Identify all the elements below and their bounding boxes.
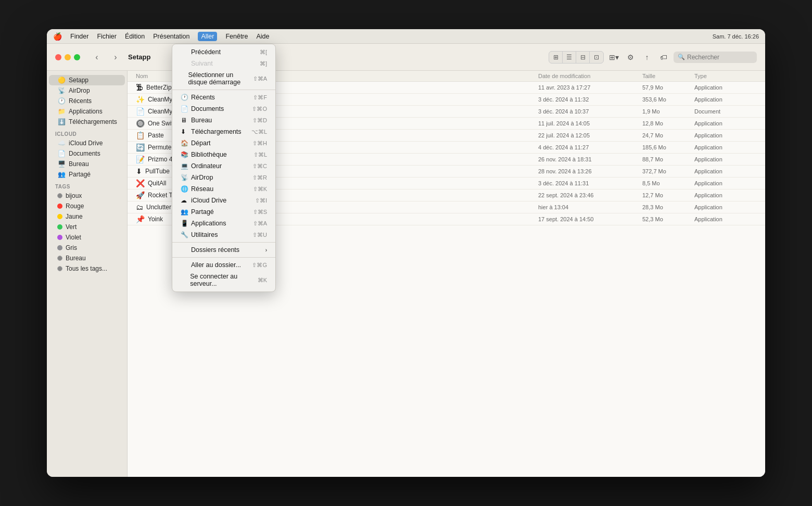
file-size: 12,8 Mo: [642, 120, 694, 126]
menu-item-documents[interactable]: 📄Documents⇧⌘O: [173, 103, 274, 115]
menu-item-partage[interactable]: 👥Partagé⇧⌘S: [173, 206, 274, 218]
menu-item-label: Utilitaires: [191, 231, 218, 238]
menu-item-telechargements[interactable]: ⬇Téléchargements⌥⌘L: [173, 126, 274, 137]
sidebar-item-recents[interactable]: 🕐 Récents: [49, 96, 125, 106]
menu-item-label: Téléchargements: [191, 128, 242, 135]
sidebar-section-tags: Tags bijoux Rouge Jaune Vert: [47, 180, 127, 274]
menu-shortcut: ⇧⌘U: [252, 232, 267, 238]
list-view-button[interactable]: ☰: [563, 52, 576, 63]
menu-item-precedent[interactable]: Précédent⌘[: [173, 46, 274, 58]
menubar-edition[interactable]: Édition: [125, 33, 145, 40]
sidebar-item-bureau[interactable]: 🖥️ Bureau: [49, 159, 125, 169]
menu-item-icloud-drive[interactable]: ☁iCloud Drive⇧⌘I: [173, 195, 274, 206]
file-kind: Application: [694, 156, 757, 162]
file-date: 11 juil. 2024 à 14:05: [538, 120, 642, 126]
file-size: 88,7 Mo: [642, 156, 694, 162]
menu-item-recents[interactable]: 🕐Récents⇧⌘F: [173, 92, 274, 103]
menu-item-depart[interactable]: 🏠Départ⇧⌘H: [173, 137, 274, 149]
menu-item-applications[interactable]: 📱Applications⇧⌘A: [173, 218, 274, 229]
menu-item-bureau[interactable]: 🖥Bureau⇧⌘D: [173, 115, 274, 126]
sidebar-item-tous-tags[interactable]: Tous les tags...: [49, 263, 125, 274]
sidebar-item-documents[interactable]: 📄 Documents: [49, 148, 125, 159]
menu-item-utilitaires[interactable]: 🔧Utilitaires⇧⌘U: [173, 229, 274, 241]
icon-view-button[interactable]: ⊞: [549, 52, 563, 63]
menu-item-dossiers-recents[interactable]: Dossiers récents›: [173, 244, 274, 256]
sidebar-item-icloud-drive[interactable]: ☁️ iCloud Drive: [49, 138, 125, 148]
back-button[interactable]: ‹: [91, 51, 103, 64]
sidebar-item-gris-label: Gris: [66, 244, 77, 251]
minimize-button[interactable]: [65, 54, 71, 60]
file-kind: Application: [694, 216, 757, 222]
menu-shortcut: ⌘K: [258, 277, 267, 284]
forward-button[interactable]: ›: [109, 51, 122, 64]
menubar-presentation[interactable]: Présentation: [153, 33, 189, 40]
sidebar-item-telechargements[interactable]: ⬇️ Téléchargements: [49, 117, 125, 127]
menu-item-select-disk[interactable]: Sélectionner un disque démarrage⇧⌘A: [173, 69, 274, 88]
menu-item-ordinateur[interactable]: 💻Ordinateur⇧⌘C: [173, 160, 274, 172]
sort-button[interactable]: ⊞▾: [607, 50, 620, 64]
sidebar-item-applications[interactable]: 📁 Applications: [49, 106, 125, 117]
menu-item-label: Bureau: [191, 117, 212, 124]
sidebar-item-setapp[interactable]: 🟡 Setapp: [49, 75, 125, 85]
menubar-aller[interactable]: Aller: [198, 32, 217, 41]
search-icon: 🔍: [678, 54, 685, 60]
menubar-fenetre[interactable]: Fenêtre: [225, 33, 248, 40]
sidebar-item-jaune[interactable]: Jaune: [49, 211, 125, 222]
menu-item-reseau[interactable]: 🌐Réseau⇧⌘K: [173, 183, 274, 195]
col-date[interactable]: Date de modification: [538, 73, 642, 79]
apple-menu-item[interactable]: 🍎: [53, 32, 62, 41]
toolbar: ‹ › Setapp ⊞ ☰ ⊟ ⊡ ⊞▾ ⚙ ↑ 🏷 🔍: [47, 44, 765, 71]
sidebar-item-jaune-label: Jaune: [66, 213, 83, 220]
menu-item-aller-au-dossier[interactable]: Aller au dossier...⇧⌘G: [173, 259, 274, 271]
maximize-button[interactable]: [74, 54, 80, 60]
menubar-fichier[interactable]: Fichier: [97, 33, 117, 40]
column-view-button[interactable]: ⊟: [576, 52, 590, 63]
sidebar-item-vert-label: Vert: [66, 223, 77, 231]
sidebar-item-rouge[interactable]: Rouge: [49, 201, 125, 211]
sidebar-item-partage[interactable]: 👥 Partagé: [49, 169, 125, 180]
menu-item-label: iCloud Drive: [191, 197, 226, 204]
icloud-drive-icon: ☁: [181, 197, 189, 204]
gallery-view-button[interactable]: ⊡: [590, 52, 603, 63]
sidebar-item-violet[interactable]: Violet: [49, 232, 125, 243]
file-size: 372,7 Mo: [642, 168, 694, 174]
file-icon: 🔘: [136, 119, 145, 128]
search-box[interactable]: 🔍: [674, 52, 757, 63]
menu-shortcut: ⇧⌘A: [253, 75, 267, 82]
sidebar-item-airdrop-label: AirDrop: [69, 87, 90, 94]
sidebar-item-setapp-label: Setapp: [69, 77, 88, 84]
bureau-icon: 🖥️: [57, 160, 66, 168]
sidebar-item-gris[interactable]: Gris: [49, 243, 125, 253]
file-kind: Document: [694, 108, 757, 115]
col-taille[interactable]: Taille: [642, 73, 694, 79]
menu-item-airdrop[interactable]: 📡AirDrop⇧⌘R: [173, 172, 274, 183]
sidebar-item-bureau-tag[interactable]: Bureau: [49, 253, 125, 263]
window-title: Setapp: [128, 53, 150, 61]
tag-button[interactable]: 🏷: [657, 50, 670, 64]
search-input[interactable]: [687, 54, 753, 61]
recents-icon: 🕐: [181, 94, 189, 101]
jaune-tag-dot: [57, 214, 62, 219]
sidebar-item-vert[interactable]: Vert: [49, 222, 125, 232]
sidebar-item-bijoux[interactable]: bijoux: [49, 191, 125, 201]
menubar-datetime: Sam. 7 déc. 16:26: [713, 33, 759, 40]
menu-shortcut: ⇧⌘G: [252, 262, 267, 269]
menubar-finder[interactable]: Finder: [70, 33, 88, 40]
menu-separator: [172, 242, 275, 243]
sidebar-item-bijoux-label: bijoux: [66, 192, 82, 199]
file-icon: 🗂: [136, 203, 143, 211]
close-button[interactable]: [55, 54, 61, 60]
share-button[interactable]: ↑: [640, 50, 654, 64]
sidebar-item-tous-tags-label: Tous les tags...: [66, 265, 107, 272]
menu-shortcut: ⇧⌘S: [253, 209, 267, 216]
file-kind: Application: [694, 144, 757, 150]
menu-item-connecter-serveur[interactable]: Se connecter au serveur...⌘K: [173, 271, 274, 289]
menu-item-bibliotheque[interactable]: 📚Bibliothèque⇧⌘L: [173, 149, 274, 160]
col-type[interactable]: Type: [694, 73, 757, 79]
sidebar-item-airdrop[interactable]: 📡 AirDrop: [49, 85, 125, 96]
bureau-tag-dot: [57, 256, 62, 261]
menubar-aide[interactable]: Aide: [256, 33, 269, 40]
partage-icon: 👥: [181, 208, 189, 216]
action-button[interactable]: ⚙: [624, 50, 637, 64]
reseau-icon: 🌐: [181, 185, 189, 193]
